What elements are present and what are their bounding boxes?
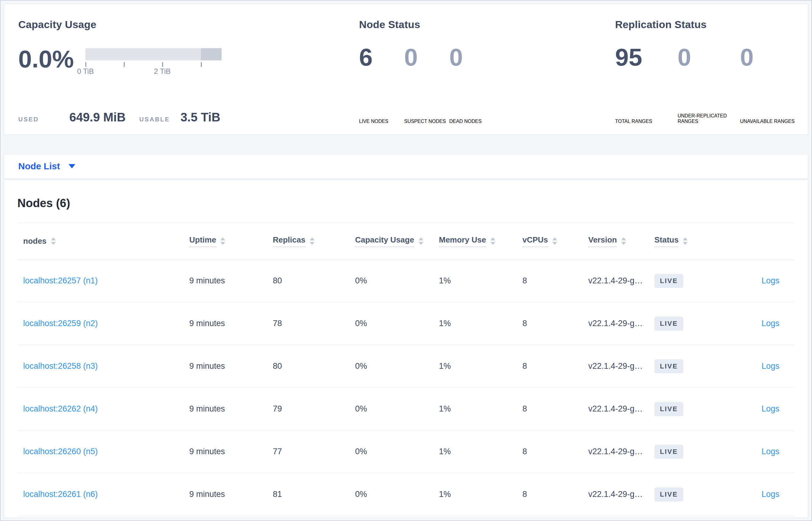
under-replicated-ranges-label: UNDER-REPLICATED RANGES	[677, 113, 740, 124]
capacity-used-percent: 0.0%	[18, 45, 74, 84]
status-badge: LIVE	[654, 488, 684, 501]
chevron-down-icon[interactable]	[69, 164, 75, 168]
vcpus-cell: 8	[522, 259, 588, 302]
column-header-capacity-usage[interactable]: Capacity Usage	[355, 223, 439, 259]
node-list-dropdown[interactable]: Node List	[18, 161, 60, 172]
column-header-version[interactable]: Version	[588, 223, 654, 259]
sort-icon[interactable]	[310, 237, 315, 245]
version-cell: v22.1.4-29-g…	[588, 473, 654, 516]
node-link[interactable]: localhost:26257 (n1)	[23, 276, 98, 285]
unavailable-ranges-value: 0	[740, 45, 803, 70]
total-ranges-label: TOTAL RANGES	[615, 119, 677, 124]
column-header-memory-use[interactable]: Memory Use	[439, 223, 522, 259]
replicas-cell: 79	[273, 388, 355, 430]
tick-mark	[124, 62, 125, 67]
logs-link[interactable]: Logs	[761, 319, 780, 328]
uptime-cell: 9 minutes	[189, 259, 273, 302]
replication-status-section: Replication Status 95 0 0 TOTAL RANGES U…	[615, 19, 808, 124]
logs-link[interactable]: Logs	[761, 276, 780, 285]
capacity-meter: 0 TiB 2 TiB	[85, 45, 222, 84]
sort-icon[interactable]	[220, 237, 225, 245]
logs-link[interactable]: Logs	[761, 404, 780, 413]
column-header-replicas[interactable]: Replicas	[273, 223, 355, 259]
suspect-nodes-label: SUSPECT NODES	[404, 119, 449, 124]
uptime-cell: 9 minutes	[189, 473, 273, 516]
sort-icon[interactable]	[683, 237, 688, 245]
capacity-usage-title: Capacity Usage	[18, 19, 359, 30]
sort-icon[interactable]	[419, 237, 423, 245]
vcpus-cell: 8	[522, 302, 588, 345]
node-status-section: Node Status 6 0 0 LIVE NODES SUSPECT NOD…	[359, 19, 615, 124]
sort-icon[interactable]	[491, 237, 495, 245]
tick-mark	[201, 62, 202, 67]
sort-icon[interactable]	[51, 237, 56, 245]
capacity-usage-section: Capacity Usage 0.0% 0 TiB 2 TiB	[4, 19, 359, 124]
table-row: localhost:26261 (n6) 9 minutes 81 0% 1% …	[17, 473, 795, 516]
sort-icon[interactable]	[552, 237, 557, 245]
node-status-values: 6 0 0	[359, 45, 615, 84]
capacity-cell: 0%	[355, 302, 439, 345]
capacity-usage-values: 0.0% 0 TiB 2 TiB	[18, 45, 359, 84]
tick-mark	[162, 62, 163, 67]
version-cell: v22.1.4-29-g…	[588, 259, 654, 302]
vcpus-cell: 8	[522, 388, 588, 430]
column-header-vcpus[interactable]: vCPUs	[522, 223, 588, 259]
status-badge: LIVE	[654, 359, 684, 373]
vcpus-cell: 8	[522, 345, 588, 388]
node-link[interactable]: localhost:26261 (n6)	[23, 490, 98, 499]
memory-cell: 1%	[439, 388, 522, 430]
column-header-nodes[interactable]: nodes	[17, 223, 189, 259]
used-label: USED	[18, 116, 39, 123]
memory-cell: 1%	[439, 302, 522, 345]
vcpus-cell: 8	[522, 473, 588, 516]
uptime-cell: 9 minutes	[189, 302, 273, 345]
capacity-used-usable: USED 649.9 MiB USABLE 3.5 TiB	[18, 110, 220, 124]
uptime-cell: 9 minutes	[189, 430, 273, 473]
table-row: localhost:26262 (n4) 9 minutes 79 0% 1% …	[17, 388, 795, 430]
replicas-cell: 81	[273, 473, 355, 516]
status-badge: LIVE	[654, 445, 684, 459]
node-link[interactable]: localhost:26259 (n2)	[23, 319, 98, 328]
replication-status-title: Replication Status	[615, 19, 808, 30]
node-link[interactable]: localhost:26262 (n4)	[23, 404, 98, 413]
view-selector-bar[interactable]: Node List	[4, 154, 808, 178]
capacity-cell: 0%	[355, 430, 439, 473]
logs-link[interactable]: Logs	[761, 361, 780, 370]
version-cell: v22.1.4-29-g…	[588, 430, 654, 473]
capacity-cell: 0%	[355, 345, 439, 388]
status-badge: LIVE	[654, 402, 684, 416]
column-header-logs	[721, 223, 795, 259]
capacity-cell: 0%	[355, 259, 439, 302]
page: Capacity Usage 0.0% 0 TiB 2 TiB	[0, 0, 812, 521]
nodes-table: nodes Uptime Replicas Capacity Usage Mem…	[17, 223, 795, 516]
table-row: localhost:26257 (n1) 9 minutes 80 0% 1% …	[17, 259, 795, 302]
column-header-status[interactable]: Status	[654, 223, 721, 259]
usable-label: USABLE	[139, 116, 170, 123]
capacity-bar	[85, 48, 222, 61]
tick-label-2tib: 2 TiB	[154, 67, 171, 76]
nodes-table-title: Nodes (6)	[17, 197, 795, 210]
table-row: localhost:26258 (n3) 9 minutes 80 0% 1% …	[17, 345, 795, 388]
status-badge: LIVE	[654, 317, 684, 331]
capacity-cell: 0%	[355, 388, 439, 430]
capacity-cell: 0%	[355, 473, 439, 516]
replication-status-values: 95 0 0	[615, 45, 808, 84]
memory-cell: 1%	[439, 430, 522, 473]
node-link[interactable]: localhost:26258 (n3)	[23, 361, 98, 370]
vcpus-cell: 8	[522, 430, 588, 473]
capacity-axis-labels: 0 TiB 2 TiB	[85, 67, 222, 76]
unavailable-ranges-label: UNAVAILABLE RANGES	[740, 119, 803, 124]
sort-icon[interactable]	[621, 237, 626, 245]
table-header-row: nodes Uptime Replicas Capacity Usage Mem…	[17, 223, 795, 259]
column-header-uptime[interactable]: Uptime	[189, 223, 273, 259]
dead-nodes-label: DEAD NODES	[449, 119, 494, 124]
uptime-cell: 9 minutes	[189, 388, 273, 430]
logs-link[interactable]: Logs	[761, 447, 780, 456]
version-cell: v22.1.4-29-g…	[588, 345, 654, 388]
node-link[interactable]: localhost:26260 (n5)	[23, 447, 98, 456]
tick-mark	[85, 62, 86, 67]
replicas-cell: 78	[273, 302, 355, 345]
logs-link[interactable]: Logs	[761, 490, 780, 499]
live-nodes-value: 6	[359, 45, 404, 70]
node-status-labels: LIVE NODES SUSPECT NODES DEAD NODES	[359, 119, 615, 124]
